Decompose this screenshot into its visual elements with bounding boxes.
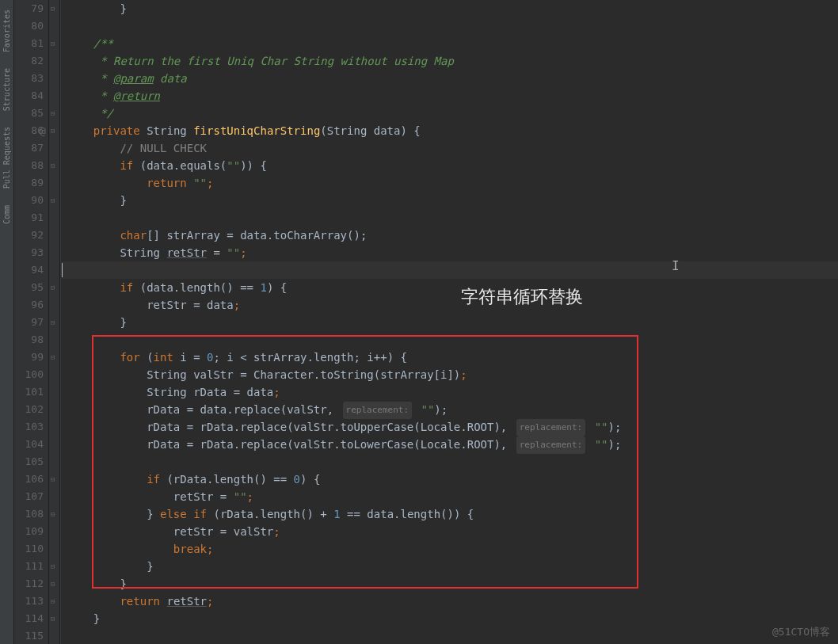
code-line-101[interactable]: String rData = data; — [67, 383, 838, 401]
code-line-107[interactable]: retStr = ""; — [67, 488, 838, 505]
line-number[interactable]: 106 — [14, 471, 44, 488]
code-line-106[interactable]: if (rData.length() == 0) { — [67, 471, 838, 488]
tool-window-tabs: Favorites Structure Pull Requests Comm — [0, 0, 14, 644]
code-line-115[interactable] — [67, 627, 838, 644]
line-number-gutter[interactable]: 7980818283848586878889909192939495969798… — [14, 0, 49, 644]
param-hint: replacement: — [516, 436, 585, 454]
code-line-83[interactable]: * @param data — [67, 70, 838, 87]
line-number[interactable]: 103 — [14, 418, 44, 436]
fold-marker-icon[interactable]: ⊟ — [51, 353, 55, 361]
code-line-84[interactable]: * @return — [67, 87, 838, 105]
code-line-95[interactable]: if (data.length() == 1) { — [67, 279, 838, 296]
fold-marker-icon[interactable]: ⊟ — [51, 127, 55, 135]
line-number[interactable]: 95 — [14, 279, 44, 296]
line-number[interactable]: 108 — [14, 505, 44, 523]
fold-marker-icon[interactable]: ⊟ — [51, 109, 55, 117]
line-number[interactable]: 87 — [14, 139, 44, 157]
code-line-114[interactable]: } — [67, 610, 838, 627]
code-line-112[interactable]: } — [67, 575, 838, 593]
code-line-90[interactable]: } — [67, 192, 838, 209]
line-number[interactable]: 85 — [14, 105, 44, 122]
line-number[interactable]: 98 — [14, 331, 44, 349]
code-line-79[interactable]: } — [67, 0, 838, 17]
fold-marker-icon[interactable]: ⊟ — [51, 284, 55, 292]
code-line-87[interactable]: // NULL CHECK — [67, 139, 838, 157]
fold-marker-icon[interactable]: ⊟ — [51, 40, 55, 48]
code-line-93[interactable]: String retStr = ""; — [67, 244, 838, 261]
tab-favorites[interactable]: Favorites — [2, 10, 11, 52]
line-number[interactable]: 102 — [14, 401, 44, 418]
mouse-ibeam-icon: I — [672, 258, 680, 273]
code-line-99[interactable]: for (int i = 0; i < strArray.length; i++… — [67, 349, 838, 366]
line-number[interactable]: 115 — [14, 627, 44, 644]
code-line-81[interactable]: /** — [67, 35, 838, 52]
fold-marker-icon[interactable]: ⊟ — [51, 580, 55, 588]
line-number[interactable]: 82 — [14, 52, 44, 70]
line-number[interactable]: 90 — [14, 192, 44, 209]
tab-comm[interactable]: Comm — [2, 205, 11, 224]
line-number[interactable]: 92 — [14, 227, 44, 244]
line-number[interactable]: 88 — [14, 157, 44, 174]
fold-marker-icon[interactable]: ⊟ — [51, 475, 55, 483]
code-line-91[interactable] — [67, 209, 838, 227]
line-number[interactable]: 79 — [14, 0, 44, 17]
line-number[interactable]: 109 — [14, 523, 44, 540]
line-number[interactable]: 104 — [14, 436, 44, 453]
line-number[interactable]: 101 — [14, 383, 44, 401]
fold-marker-icon[interactable]: ⊟ — [51, 510, 55, 518]
code-line-88[interactable]: if (data.equals("")) { — [67, 157, 838, 174]
line-number[interactable]: 111 — [14, 558, 44, 575]
code-editor[interactable]: Favorites Structure Pull Requests Comm 7… — [0, 0, 838, 644]
line-number[interactable]: 83 — [14, 70, 44, 87]
line-number[interactable]: 99 — [14, 349, 44, 366]
fold-marker-icon[interactable]: ⊟ — [51, 5, 55, 13]
line-number[interactable]: 107 — [14, 488, 44, 505]
code-line-85[interactable]: */ — [67, 105, 838, 122]
code-line-80[interactable] — [67, 17, 838, 35]
code-line-111[interactable]: } — [67, 558, 838, 575]
tab-pull-requests[interactable]: Pull Requests — [2, 127, 11, 189]
code-line-82[interactable]: * Return the first Uniq Char String with… — [67, 52, 838, 70]
fold-marker-icon[interactable]: ⊟ — [51, 196, 55, 204]
code-line-108[interactable]: } else if (rData.length() + 1 == data.le… — [67, 505, 838, 523]
vcs-change-marker[interactable]: @ — [40, 125, 46, 137]
code-line-109[interactable]: retStr = valStr; — [67, 523, 838, 540]
line-number[interactable]: 89 — [14, 174, 44, 192]
line-number[interactable]: 114 — [14, 610, 44, 627]
code-line-89[interactable]: return ""; — [67, 174, 838, 192]
line-number[interactable]: 100 — [14, 366, 44, 383]
code-line-110[interactable]: break; — [67, 540, 838, 558]
code-line-104[interactable]: rData = rData.replace(valStr.toLowerCase… — [67, 436, 838, 453]
code-line-86[interactable]: private String firstUniqCharString(Strin… — [67, 122, 838, 139]
code-line-98[interactable] — [67, 331, 838, 349]
line-number[interactable]: 91 — [14, 209, 44, 227]
line-number[interactable]: 97 — [14, 314, 44, 331]
code-area[interactable]: I } /** * Return the first Uniq Char Str… — [60, 0, 838, 644]
param-hint: replacement: — [343, 402, 412, 419]
code-line-105[interactable] — [67, 453, 838, 471]
line-number[interactable]: 93 — [14, 244, 44, 261]
line-number[interactable]: 94 — [14, 261, 44, 279]
code-line-102[interactable]: rData = data.replace(valStr, replacement… — [67, 401, 838, 418]
tab-structure[interactable]: Structure — [2, 68, 11, 111]
code-line-96[interactable]: retStr = data; — [67, 296, 838, 314]
code-line-100[interactable]: String valStr = Character.toString(strAr… — [67, 366, 838, 383]
line-number[interactable]: 96 — [14, 296, 44, 314]
line-number[interactable]: 84 — [14, 87, 44, 105]
line-number[interactable]: 113 — [14, 593, 44, 610]
line-number[interactable]: 80 — [14, 17, 44, 35]
fold-column[interactable]: ⊟⊟⊟⊟⊟⊟⊟⊟⊟⊟⊟⊟⊟⊟⊟ — [49, 0, 60, 644]
code-line-97[interactable]: } — [67, 314, 838, 331]
fold-marker-icon[interactable]: ⊟ — [51, 597, 55, 605]
line-number[interactable]: 110 — [14, 540, 44, 558]
fold-marker-icon[interactable]: ⊟ — [51, 615, 55, 623]
code-line-103[interactable]: rData = rData.replace(valStr.toUpperCase… — [67, 418, 838, 436]
code-line-92[interactable]: char[] strArray = data.toCharArray(); — [67, 227, 838, 244]
fold-marker-icon[interactable]: ⊟ — [51, 318, 55, 326]
fold-marker-icon[interactable]: ⊟ — [51, 562, 55, 570]
line-number[interactable]: 112 — [14, 575, 44, 593]
line-number[interactable]: 105 — [14, 453, 44, 471]
code-line-113[interactable]: return retStr; — [67, 593, 838, 610]
fold-marker-icon[interactable]: ⊟ — [51, 162, 55, 170]
line-number[interactable]: 81 — [14, 35, 44, 52]
